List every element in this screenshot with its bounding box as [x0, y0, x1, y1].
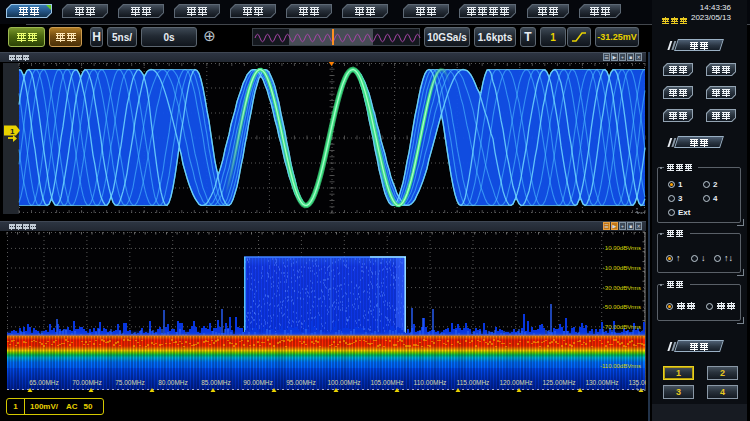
svg-text:65.00MHz: 65.00MHz: [29, 379, 59, 386]
svg-text:120.00MHz: 120.00MHz: [499, 379, 532, 386]
svg-text:1: 1: [10, 127, 15, 136]
svg-text:130.00MHz: 130.00MHz: [585, 379, 618, 386]
svg-text:10.00dBVrms: 10.00dBVrms: [605, 245, 641, 251]
svg-text:-30.00dBVrms: -30.00dBVrms: [603, 285, 641, 291]
svg-text:115.00MHz: 115.00MHz: [457, 379, 490, 386]
svg-text:95.00MHz: 95.00MHz: [286, 379, 316, 386]
svg-text:105.00MHz: 105.00MHz: [370, 379, 403, 386]
svg-text:90.00MHz: 90.00MHz: [243, 379, 273, 386]
svg-text:100.00MHz: 100.00MHz: [327, 379, 360, 386]
svg-text:-50.00dBVrms: -50.00dBVrms: [603, 304, 641, 310]
svg-text:-70.00dBVrms: -70.00dBVrms: [603, 324, 641, 330]
svg-text:70.00MHz: 70.00MHz: [72, 379, 102, 386]
svg-text:75.00MHz: 75.00MHz: [115, 379, 145, 386]
svg-text:-10.00dBVrms: -10.00dBVrms: [603, 265, 641, 271]
svg-text:110.00MHz: 110.00MHz: [414, 379, 447, 386]
svg-text:85.00MHz: 85.00MHz: [201, 379, 231, 386]
svg-text:125.00MHz: 125.00MHz: [542, 379, 575, 386]
svg-text:80.00MHz: 80.00MHz: [158, 379, 188, 386]
svg-text:-110.00dBVrms: -110.00dBVrms: [600, 363, 641, 369]
